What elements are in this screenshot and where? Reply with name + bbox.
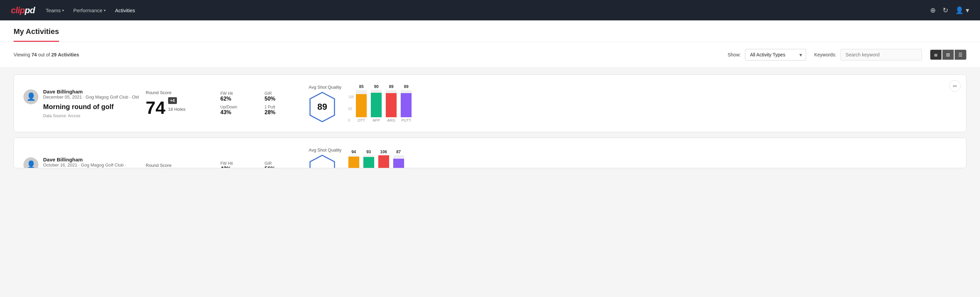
add-icon[interactable]: ⊕ [930,6,936,14]
compact-view-button[interactable]: ☰ [955,50,966,60]
user-name: Dave Billingham [43,156,139,163]
filter-bar: Viewing 74 out of 29 Activities Show: Al… [0,42,980,68]
gir-label: GIR [264,161,302,166]
bar-column: 90APP [371,84,382,122]
score-meta: +4 18 Holes [168,97,185,117]
activity-card: ✏ 👤 Dave Billingham December 05, 2021 · … [14,74,966,132]
bar-track [401,90,412,117]
user-menu-icon[interactable]: 👤 ▾ [955,6,969,14]
hexagon-svg [309,155,336,168]
avg-shot-quality-label: Avg Shot Quality [309,147,342,153]
view-toggle: ≣ ⊞ ☰ [930,50,966,60]
bar-fill [378,155,389,169]
bar-label: PUTT [401,118,411,122]
bar-label: APP [372,118,380,122]
activity-date: October 16, 2021 · Gog Magog Golf Club ·… [43,163,139,168]
round-score-label: Round Score [146,163,213,168]
user-details: Dave Billingham October 16, 2021 · Gog M… [43,156,139,168]
y-label-100: 100 [348,95,354,99]
bar-number: 93 [366,150,371,154]
activity-card: 👤 Dave Billingham October 16, 2021 · Gog… [14,137,966,168]
gir: GIR 56% [264,161,302,169]
up-down-value: 43% [220,109,258,115]
activity-date: December 05, 2021 · Gog Magog Golf Club … [43,94,139,99]
bar-number: 87 [396,150,401,154]
gir: GIR 50% [264,91,302,102]
bar-number: 89 [389,84,394,89]
activity-type-select-wrapper[interactable]: All Activity Types [745,49,806,61]
up-down: Up/Down 43% [220,105,258,115]
fw-hit-label: FW Hit [220,91,258,96]
bar-column: 93 [363,150,374,169]
card-user-info: 👤 Dave Billingham December 05, 2021 · Go… [24,89,139,118]
bar-fill [386,93,397,117]
nav-teams[interactable]: Teams ▾ [46,8,64,13]
hex-value: 89 [318,102,327,112]
refresh-icon[interactable]: ↻ [943,6,948,14]
shot-quality: Avg Shot Quality 89 100 50 [309,84,956,122]
score-value: 74 [146,99,165,117]
bar-number: 89 [404,84,409,89]
bar-track [378,155,389,169]
bar-fill [356,94,367,117]
hexagon [309,155,336,168]
page-header: My Activities [0,21,980,42]
round-title: Morning round of golf [43,103,139,111]
one-putt-value: 28% [264,109,302,115]
up-down-label: Up/Down [220,105,258,109]
bar-number: 90 [374,84,379,89]
search-input[interactable] [840,49,922,61]
avatar-icon: 👤 [27,93,36,101]
gir-value: 56% [264,166,302,169]
gir-value: 50% [264,96,302,102]
show-filter: Show: All Activity Types [728,49,806,61]
svg-marker-1 [310,155,334,168]
avatar-icon: 👤 [27,160,36,168]
user-name: Dave Billingham [43,89,139,94]
bar-label: OTT [358,118,365,122]
holes: 18 Holes [168,107,185,113]
keywords-filter: Keywords: [814,49,922,61]
nav-performance[interactable]: Performance ▾ [73,8,106,13]
show-label: Show: [728,52,741,57]
bar-column: 85OTT [356,84,367,122]
bar-column: 87 [393,150,404,169]
y-label-50: 50 [348,107,354,111]
bar-column: 94 [348,150,359,169]
edit-button[interactable]: ✏ [949,80,961,92]
bar-column: 106 [378,150,389,169]
fw-hit-label: FW Hit [220,161,258,166]
gir-label: GIR [264,91,302,96]
y-label-0: 0 [348,118,354,122]
chevron-down-icon: ▾ [104,8,106,12]
grid-view-button[interactable]: ⊞ [942,50,954,60]
logo[interactable]: clippd [11,5,35,16]
page-title: My Activities [14,27,59,42]
bar-fill [363,157,374,168]
nav-activities[interactable]: Activities [115,8,135,13]
activity-type-select[interactable]: All Activity Types [745,49,806,61]
fw-hit-value: 62% [220,96,258,102]
bar-track [363,155,374,169]
nav-right: ⊕ ↻ 👤 ▾ [930,6,969,14]
round-score: Round Score [146,163,213,168]
bar-fill [393,159,404,168]
bar-column: 89ARG [386,84,397,122]
avg-shot-quality-label: Avg Shot Quality [309,85,342,90]
y-axis: 100 50 0 [348,95,354,122]
avatar: 👤 [24,157,38,168]
bars-container: 85OTT90APP89ARG89PUTT [356,84,412,122]
list-view-button[interactable]: ≣ [930,50,942,60]
round-score: Round Score 74 +4 18 Holes [146,90,213,117]
round-score-label: Round Score [146,90,213,95]
bar-label: ARG [387,118,395,122]
user-details: Dave Billingham December 05, 2021 · Gog … [43,89,139,118]
hexagon-wrap [309,155,342,168]
nav-performance-label: Performance [73,8,103,13]
bar-fill [401,93,412,117]
fw-hit-value: 43% [220,166,258,169]
bar-track [393,155,404,169]
avg-shot-quality-section: Avg Shot Quality 89 [309,85,342,122]
bar-track [348,155,359,169]
stats-section: FW Hit 43% GIR 56% [220,161,302,169]
